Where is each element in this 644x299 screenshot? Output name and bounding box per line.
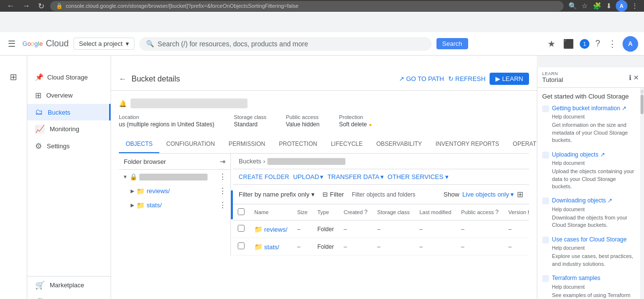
tab-lifecycle[interactable]: LIFECYCLE [324,136,369,153]
tab-permission[interactable]: PERMISSION [222,136,272,153]
create-folder-button[interactable]: CREATE FOLDER [239,174,289,180]
sidebar-item-overview[interactable]: ⊞ Overview [27,87,111,104]
browser-search-btn[interactable]: 🔍 [568,1,578,11]
filter-input[interactable]: Filter objects and folders [352,191,425,198]
tutorial-link-uploading-objects[interactable]: Uploading objects ↗ [552,151,605,159]
search-bar[interactable]: 🔍 Search (/) for resources, docs, produc… [139,37,432,51]
file-link-stats[interactable]: stats/ [264,243,279,251]
tree-item-stats[interactable]: ▶ 📁 stats/ ⋮ [119,198,230,212]
created-info-icon[interactable]: ? [364,209,368,216]
tree-item-reviews[interactable]: ▶ 📁 reviews/ ⋮ [119,184,230,198]
refresh-icon: ↻ [448,75,454,82]
refresh-link[interactable]: ↻ REFRESH [448,75,486,82]
upload-arrow-icon: ▾ [320,173,323,180]
file-link-reviews[interactable]: reviews/ [264,226,287,233]
col-header-last-modified: Last modified [415,204,456,220]
go-to-path-link[interactable]: ↗ GO TO PATH [399,75,444,82]
col-header-storage-class: Storage class [372,204,415,220]
tree-chevron-down-icon: ▼ [123,174,128,179]
nav-forward-button[interactable]: → [20,0,32,11]
bucket-content: 🔔 Location us (multiple regions in Unite… [111,91,537,299]
folder-browser: Folder browser ⇥ ▼ 🔒 ⋮ ▶ 📁 reviews/ [119,154,231,256]
browser-extensions-btn[interactable]: 🧩 [592,1,602,11]
col-header-size: Size [292,204,312,220]
objects-panel: Buckets › CREATE FOLDER UPLOAD ▾ TRANSFE… [233,154,529,256]
user-avatar-button[interactable]: A [623,36,638,52]
project-selector[interactable]: Select a project ▾ [74,38,134,50]
col-header-type: Type [312,204,339,220]
public-access-info-icon[interactable]: ? [495,209,499,216]
show-live-objects-selector[interactable]: Live objects only ▾ [462,191,514,198]
tutorial-helper-label: Help document [552,245,636,251]
sidebar-item-buckets[interactable]: 🗂 Buckets [27,104,111,120]
hamburger-menu-btn[interactable]: ☰ [6,37,18,51]
more-options-icon[interactable]: ⋮ [606,37,619,51]
notification-badge[interactable]: 1 [580,39,589,49]
tab-operations[interactable]: OPERATIONS [506,136,537,153]
search-input[interactable]: Search (/) for resources, docs, products… [158,40,425,48]
tutorial-item-icon [542,198,549,204]
sidebar-item-settings[interactable]: ⚙ Settings [27,138,111,155]
tutorial-link-terraform[interactable]: Terraform samples [552,275,600,282]
browser-star-btn[interactable]: ☆ [581,1,589,11]
filter-button[interactable]: ⊟ Filter [319,189,348,200]
page-title: Bucket details [132,75,394,83]
transfer-data-button[interactable]: TRANSFER DATA ▾ [327,173,383,180]
star-icon[interactable]: ★ [546,37,557,51]
collapse-folder-browser-btn[interactable]: ⇥ [220,158,226,165]
browser-menu-btn[interactable]: ⋮ [630,1,639,11]
back-button[interactable]: ← [119,75,127,83]
sidebar-item-marketplace[interactable]: 🛒 Marketplace [27,277,111,294]
filter-arrow-icon: ▾ [311,191,315,198]
tutorial-link-downloading-objects[interactable]: Downloading objects ↗ [552,197,612,205]
other-services-button[interactable]: OTHER SERVICES ▾ [388,173,449,180]
tutorial-helper-label: Help document [552,284,636,290]
tree-label-stats[interactable]: stats/ [147,201,162,209]
main-content: ← Bucket details ↗ GO TO PATH ↻ REFRESH … [111,44,537,299]
tutorial-info-icon[interactable]: ℹ [629,74,631,81]
tree-label-reviews[interactable]: reviews/ [147,187,170,195]
row-checkbox-stats[interactable] [238,242,245,249]
sidebar-item-monitoring[interactable]: 📈 Monitoring [27,120,111,138]
tree-root-item[interactable]: ▼ 🔒 ⋮ [119,170,230,184]
table-row: 📁 stats/ – Folder – – – – – [233,238,529,256]
cell-last-modified-stats: – [415,238,456,256]
tree-root-name-blurred [139,174,208,180]
tab-inventory-reports[interactable]: INVENTORY REPORTS [429,136,506,153]
cell-last-modified-reviews: – [415,220,456,238]
sidebar-item-label: Overview [46,92,73,99]
view-toggle-button[interactable]: ⊞ [517,190,523,199]
browser-chrome: ← → ↻ 🔒 console.cloud.google.com/storage… [0,0,644,12]
gcp-topbar: ☰ Google Cloud Select a project ▾ 🔍 Sear… [0,32,644,56]
upload-button[interactable]: UPLOAD ▾ [293,173,323,180]
filter-by-name-selector[interactable]: Filter by name prefix only ▾ [239,191,315,198]
help-icon[interactable]: ? [593,37,602,51]
meta-storage-class: Storage class Standard [234,114,266,128]
tab-configuration[interactable]: CONFIGURATION [159,136,222,153]
nav-back-button[interactable]: ← [5,0,17,11]
select-all-checkbox[interactable] [238,208,245,215]
search-button[interactable]: Search [436,38,468,49]
tutorial-item-terraform: Terraform samples Help document See exam… [542,275,636,299]
browser-user-avatar[interactable]: A [616,0,627,12]
url-text: console.cloud.google.com/storage/browser… [66,3,299,9]
row-checkbox-reviews[interactable] [238,225,245,232]
tutorial-close-icon[interactable]: ✕ [633,74,639,81]
tree-more-icon-reviews[interactable]: ⋮ [219,186,227,196]
sidebar-item-release-notes[interactable]: 📋 Release notes [27,294,111,299]
learn-button[interactable]: ▶ LEARN [490,73,529,85]
tutorial-link-use-cases[interactable]: Use cases for Cloud Storage [552,236,626,244]
cell-name-stats: 📁 stats/ [249,238,292,256]
tab-objects[interactable]: OBJECTS [119,136,159,153]
tree-root-more-icon[interactable]: ⋮ [219,172,227,181]
browser-download-btn[interactable]: ⬇ [605,1,613,11]
nav-refresh-button[interactable]: ↻ [36,0,46,12]
tab-observability[interactable]: OBSERVABILITY [370,136,429,153]
search-icon: 🔍 [146,40,154,47]
url-bar[interactable]: 🔒 console.cloud.google.com/storage/brows… [50,1,564,11]
tree-more-icon-stats[interactable]: ⋮ [219,200,227,210]
tab-protection[interactable]: PROTECTION [272,136,324,153]
tutorial-link-getting-bucket-info[interactable]: Getting bucket information ↗ [552,105,626,113]
cloud-shell-icon[interactable]: ⬛ [561,37,576,51]
sidebar-grid-icon[interactable]: ⊞ [4,67,23,87]
